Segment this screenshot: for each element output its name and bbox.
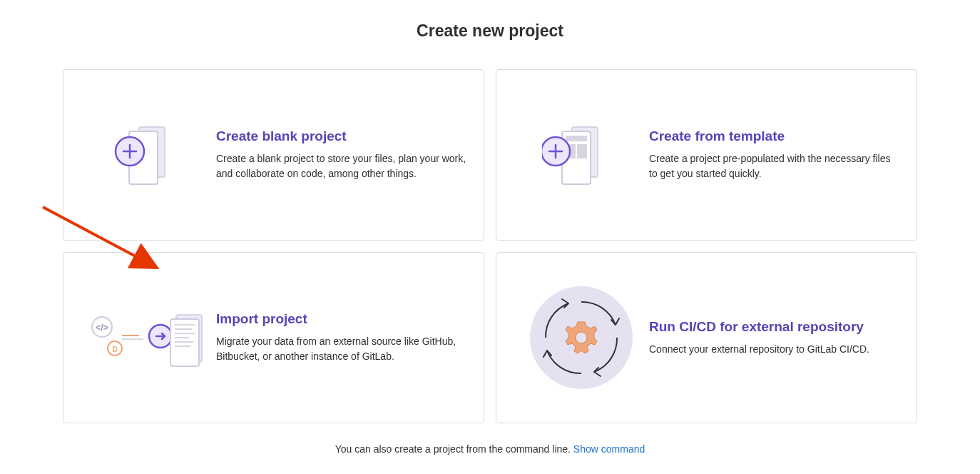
blank-project-icon [81, 123, 216, 187]
svg-rect-9 [577, 144, 587, 158]
import-icon: </> D [81, 302, 216, 373]
import-project-card[interactable]: </> D Import pro [63, 252, 484, 423]
card-description: Migrate your data from an external sourc… [216, 334, 466, 364]
card-title: Import project [216, 311, 466, 327]
page-title: Create new project [63, 21, 917, 41]
create-from-template-card[interactable]: Create from template Create a project pr… [496, 69, 917, 241]
card-title: Run CI/CD for external repository [649, 319, 899, 335]
card-description: Create a blank project to store your fil… [216, 151, 466, 181]
show-command-link[interactable]: Show command [573, 443, 645, 455]
footer-text: You can also create a project from the c… [63, 443, 917, 455]
svg-rect-17 [122, 335, 139, 336]
card-description: Create a project pre-populated with the … [649, 151, 899, 181]
svg-text:</>: </> [96, 323, 108, 333]
card-title: Create from template [649, 128, 899, 144]
card-title: Create blank project [216, 128, 466, 144]
svg-point-29 [576, 332, 587, 343]
footer-static-text: You can also create a project from the c… [335, 443, 573, 455]
project-options-grid: Create blank project Create a blank proj… [63, 69, 917, 423]
template-icon [514, 123, 649, 187]
create-blank-project-card[interactable]: Create blank project Create a blank proj… [63, 69, 484, 241]
svg-rect-7 [566, 136, 587, 141]
card-description: Connect your external repository to GitL… [649, 342, 899, 357]
svg-rect-18 [122, 338, 143, 340]
svg-text:D: D [112, 346, 117, 353]
cicd-icon [514, 281, 649, 395]
run-cicd-card[interactable]: Run CI/CD for external repository Connec… [496, 252, 917, 423]
